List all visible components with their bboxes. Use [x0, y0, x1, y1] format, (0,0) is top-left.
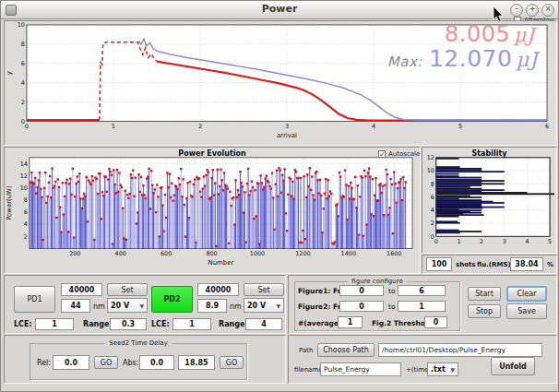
clear-button[interactable]: Clear: [506, 286, 547, 302]
pd2-button[interactable]: PD2: [151, 286, 193, 313]
fig1-to-field[interactable]: [398, 285, 446, 296]
pd2-range-field[interactable]: [245, 318, 282, 330]
rms-label: flu.(RMS):: [477, 261, 513, 268]
energy-unit: µJ: [514, 24, 535, 46]
abs-delay-field[interactable]: [139, 355, 174, 370]
svg-text:10: 10: [18, 21, 25, 29]
svg-text:6: 6: [431, 194, 434, 201]
autoscale-checkbox[interactable]: ✓ Autoscale: [378, 150, 420, 158]
unfold-button[interactable]: Unfold: [491, 357, 535, 375]
rms-value-field[interactable]: [510, 257, 543, 271]
pd1-lce-field[interactable]: [35, 318, 74, 330]
svg-text:3: 3: [285, 123, 289, 130]
stability-panel: Stability 012345024681012: [422, 147, 557, 254]
fig1-to-label: to: [388, 287, 396, 295]
average-field[interactable]: [338, 316, 363, 328]
power-evolution-chart: 20040060080010001200140016002468101214Nu…: [5, 148, 420, 273]
max-prefix: Max:: [387, 53, 422, 70]
pd1-set-button[interactable]: Set: [107, 283, 148, 296]
fig2-from-field[interactable]: [339, 301, 384, 312]
save-button[interactable]: Save: [506, 303, 547, 319]
close-icon[interactable]: ×: [541, 4, 554, 17]
svg-text:3: 3: [503, 238, 506, 245]
stop-button[interactable]: Stop: [468, 304, 501, 318]
pd1-nm-label: nm: [93, 303, 105, 311]
stability-title: Stability: [422, 149, 556, 158]
svg-text:Number: Number: [208, 259, 233, 267]
seed2-groupbox: Seed2 Time Delay Rel: GO Abs: GO: [30, 343, 247, 380]
start-button[interactable]: Start: [468, 287, 501, 301]
chevron-down-icon: ▼: [276, 303, 280, 309]
pd2-counts-field[interactable]: [197, 283, 239, 296]
choose-path-button[interactable]: Choose Path: [317, 343, 375, 357]
svg-text:4: 4: [372, 123, 375, 130]
abs-position-field[interactable]: [178, 355, 215, 370]
svg-text:5: 5: [548, 238, 552, 245]
svg-text:6: 6: [24, 208, 28, 216]
energy-readout: 8.005µJ: [445, 21, 535, 47]
scope-trace-panel: 01234560246810arrivaly 8.005µJ Max:12.07…: [4, 20, 557, 146]
svg-text:8: 8: [431, 181, 434, 188]
titlebar[interactable]: Power – + ×: [1, 1, 558, 19]
svg-text:y: y: [6, 71, 13, 75]
seed2-title: Seed2 Time Delay: [105, 339, 172, 347]
app-icon: [6, 5, 17, 16]
svg-text:4: 4: [21, 79, 25, 87]
pd2-set-button[interactable]: Set: [244, 283, 284, 296]
svg-text:0: 0: [431, 233, 434, 241]
pd2-wavelength-field[interactable]: [197, 299, 227, 313]
max-value: 12.070: [429, 45, 512, 72]
pd1-lce-label: LCE:: [14, 320, 32, 328]
pd1-counts-field[interactable]: [61, 283, 102, 296]
abs-go-button[interactable]: GO: [220, 356, 244, 369]
path-label: Path: [299, 347, 313, 354]
extension-value: .txt: [431, 365, 446, 374]
rel-label: Rel:: [37, 359, 51, 367]
shots-count-field[interactable]: [426, 257, 452, 271]
svg-text:1600: 1600: [387, 250, 401, 257]
pd2-lce-label: LCE:: [151, 320, 170, 328]
rel-delay-field[interactable]: [53, 355, 89, 370]
pd1-voltage-dropdown[interactable]: 20 V▼: [107, 298, 148, 313]
svg-text:6: 6: [21, 60, 25, 67]
autoscale-checkbox-box[interactable]: ✓: [378, 150, 386, 158]
svg-text:0: 0: [25, 123, 29, 130]
minimize-icon[interactable]: –: [510, 4, 523, 17]
svg-text:14: 14: [20, 160, 28, 168]
max-energy-readout: Max:12.070µJ: [387, 45, 538, 72]
pd1-voltage-value: 20 V: [111, 302, 129, 310]
svg-text:5: 5: [458, 123, 462, 130]
svg-text:12: 12: [20, 172, 28, 180]
svg-text:6: 6: [545, 123, 549, 130]
pd1-wavelength-field[interactable]: [61, 299, 90, 313]
fig2-to-label: to: [388, 303, 396, 311]
max-unit: µJ: [516, 48, 538, 71]
fig2-to-field[interactable]: [398, 301, 446, 312]
pd-control-panel: PD1 Set nm 20 V▼ PD2 Set nm 20 V▼ LCE: R…: [4, 275, 286, 334]
svg-text:2: 2: [198, 123, 202, 130]
svg-text:1: 1: [112, 123, 115, 130]
pd2-lce-field[interactable]: [172, 318, 211, 330]
svg-text:10: 10: [427, 167, 434, 174]
svg-text:4: 4: [24, 220, 28, 228]
svg-text:4: 4: [525, 238, 529, 245]
svg-text:arrival: arrival: [277, 132, 297, 139]
window-title: Power: [1, 1, 558, 18]
svg-text:400: 400: [115, 250, 126, 257]
extension-dropdown[interactable]: .txt▼: [427, 362, 458, 376]
svg-text:2: 2: [24, 233, 28, 241]
maximize-icon[interactable]: +: [526, 4, 539, 17]
svg-text:800: 800: [206, 250, 217, 257]
chevron-down-icon: ▼: [139, 303, 144, 309]
fig2-threshold-field[interactable]: [424, 316, 447, 328]
autoscale-label: Autoscale: [388, 150, 420, 158]
pd1-range-field[interactable]: [110, 318, 147, 330]
pd2-voltage-dropdown[interactable]: 20 V▼: [244, 298, 284, 313]
fig1-from-field[interactable]: [339, 285, 384, 296]
filename-label: filename: [294, 366, 323, 374]
filename-field[interactable]: [320, 362, 401, 376]
figure-config-title: figure configure: [348, 278, 406, 285]
rel-go-button[interactable]: GO: [94, 356, 118, 369]
pd1-button[interactable]: PD1: [14, 286, 55, 313]
path-field[interactable]: [378, 343, 542, 357]
